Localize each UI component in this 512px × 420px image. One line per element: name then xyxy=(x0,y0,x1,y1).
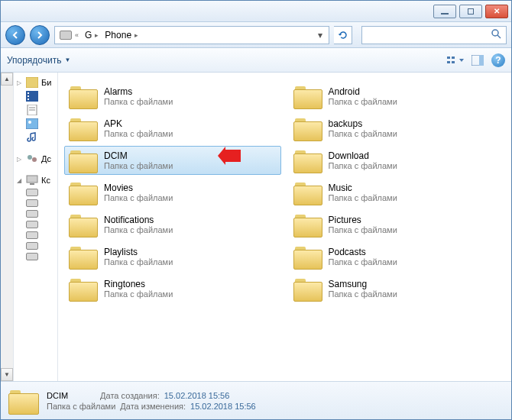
breadcrumb-root[interactable]: « xyxy=(57,31,82,40)
minimize-button[interactable] xyxy=(433,5,456,18)
preview-pane-button[interactable] xyxy=(471,55,484,66)
help-button[interactable]: ? xyxy=(491,53,505,67)
chevron-right-icon: ▸ xyxy=(134,31,138,39)
refresh-button[interactable] xyxy=(334,26,352,44)
folder-icon xyxy=(8,389,37,413)
folder-text: PicturesПапка с файлами xyxy=(329,215,397,234)
folder-item[interactable]: MusicПапка с файлами xyxy=(289,178,506,207)
navbar: « G ▸ Phone ▸ ▾ xyxy=(1,22,511,48)
folder-icon xyxy=(69,277,96,300)
svg-rect-7 xyxy=(479,55,484,66)
drive-icon xyxy=(60,31,72,40)
tree-item[interactable]: ▷ Би xyxy=(15,76,56,89)
tree-label: Дс xyxy=(41,154,51,163)
tree-item[interactable] xyxy=(15,230,56,241)
scroll-up-button[interactable]: ▲ xyxy=(1,73,13,86)
tree-item[interactable] xyxy=(15,251,56,262)
tree-item[interactable] xyxy=(15,187,56,198)
scroll-down-button[interactable]: ▼ xyxy=(1,368,13,381)
folder-text: PlaylistsПапка с файлами xyxy=(104,247,173,267)
tree-item[interactable]: ▷ Дс xyxy=(15,152,56,166)
folder-item[interactable]: AlarmsПапка с файлами xyxy=(64,82,281,111)
folder-grid: AlarmsПапка с файламиAndroidПапка с файл… xyxy=(64,82,505,303)
status-type: Папка с файлами xyxy=(47,402,115,411)
folder-name: APK xyxy=(104,118,173,129)
arrow-left-icon xyxy=(11,31,20,40)
folder-type: Папка с файлами xyxy=(329,129,397,138)
folder-item[interactable]: AndroidПапка с файлами xyxy=(289,82,506,111)
folder-item[interactable]: backupsПапка с файлами xyxy=(289,114,506,143)
folder-type: Папка с файлами xyxy=(329,193,397,202)
scroll-track[interactable] xyxy=(1,86,13,368)
folder-text: AlarmsПапка с файлами xyxy=(104,86,173,106)
tree-item[interactable] xyxy=(15,117,56,131)
status-modified-value: 15.02.2018 15:56 xyxy=(190,402,256,411)
folder-icon xyxy=(293,117,321,140)
sidebar-scrollbar[interactable]: ▲ ▼ xyxy=(1,73,14,381)
folder-item[interactable]: NotificationsПапка с файлами xyxy=(64,210,281,239)
folder-icon xyxy=(69,213,96,236)
folder-item[interactable]: RingtonesПапка с файлами xyxy=(64,274,281,303)
folder-type: Папка с файлами xyxy=(329,225,397,234)
folder-type: Папка с файлами xyxy=(104,225,173,234)
folder-item[interactable]: SamsungПапка с файлами xyxy=(289,274,506,303)
folder-item[interactable]: PodcastsПапка с файлами xyxy=(289,242,506,271)
status-text: DCIM Дата создания: 15.02.2018 15:56 Пап… xyxy=(47,391,256,411)
folder-icon xyxy=(69,149,96,172)
folder-icon xyxy=(293,245,321,268)
folder-item[interactable]: DCIMПапка с файлами xyxy=(64,146,281,175)
library-icon xyxy=(26,77,38,88)
computer-icon xyxy=(26,175,38,186)
folder-item[interactable]: MoviesПапка с файлами xyxy=(64,178,281,207)
folder-type: Папка с файлами xyxy=(329,289,397,299)
folder-item[interactable]: PicturesПапка с файлами xyxy=(289,210,506,239)
breadcrumb-folder[interactable]: Phone ▸ xyxy=(102,30,141,40)
organize-button[interactable]: Упорядочить ▼ xyxy=(7,55,70,66)
folder-text: NotificationsПапка с файлами xyxy=(104,215,173,234)
folder-icon xyxy=(293,277,321,300)
drive-icon xyxy=(26,253,38,260)
svg-rect-3 xyxy=(447,61,450,63)
folder-item[interactable]: DownloadПапка с файлами xyxy=(289,146,506,175)
svg-rect-10 xyxy=(28,92,29,94)
view-options-button[interactable] xyxy=(447,55,464,66)
close-button[interactable]: ✕ xyxy=(485,5,508,18)
tree-item[interactable] xyxy=(15,131,56,144)
drive-icon xyxy=(26,231,38,239)
chevron-down-icon: ◢ xyxy=(15,177,23,184)
svg-line-1 xyxy=(497,35,501,38)
folder-icon xyxy=(69,85,96,108)
folder-icon xyxy=(293,181,321,204)
folder-name: Notifications xyxy=(104,215,173,225)
maximize-button[interactable] xyxy=(459,5,482,18)
tree-item[interactable] xyxy=(15,219,56,230)
folder-text: DCIMПапка с файлами xyxy=(104,150,173,170)
tree-item[interactable] xyxy=(15,198,56,208)
content-pane[interactable]: AlarmsПапка с файламиAndroidПапка с файл… xyxy=(58,73,511,381)
svg-rect-20 xyxy=(27,176,37,183)
back-button[interactable] xyxy=(5,25,25,45)
search-icon xyxy=(491,28,501,41)
tree-item[interactable] xyxy=(15,208,56,219)
chevron-right-icon: ▸ xyxy=(95,31,99,39)
folder-name: Download xyxy=(329,150,397,161)
folder-item[interactable]: PlaylistsПапка с файлами xyxy=(64,242,281,271)
folder-text: RingtonesПапка с файлами xyxy=(104,279,173,299)
folder-name: Movies xyxy=(104,183,173,193)
refresh-icon xyxy=(338,30,348,40)
breadcrumb[interactable]: « G ▸ Phone ▸ ▾ xyxy=(54,26,329,44)
svg-rect-12 xyxy=(28,99,29,100)
svg-rect-21 xyxy=(30,183,34,185)
tree-item[interactable] xyxy=(15,241,56,251)
breadcrumb-dropdown[interactable]: ▾ xyxy=(313,30,327,40)
tree-item[interactable] xyxy=(15,103,56,117)
breadcrumb-drive[interactable]: G ▸ xyxy=(82,30,102,40)
folder-name: Alarms xyxy=(104,86,173,97)
search-input[interactable] xyxy=(361,26,507,44)
chevron-right-icon: ▷ xyxy=(15,79,23,86)
tree-item[interactable]: ◢ Кс xyxy=(15,173,56,187)
tree-item[interactable] xyxy=(15,89,56,103)
folder-item[interactable]: APKПапка с файлами xyxy=(64,114,281,143)
folder-text: SamsungПапка с файлами xyxy=(329,279,397,299)
forward-button[interactable] xyxy=(30,25,50,45)
